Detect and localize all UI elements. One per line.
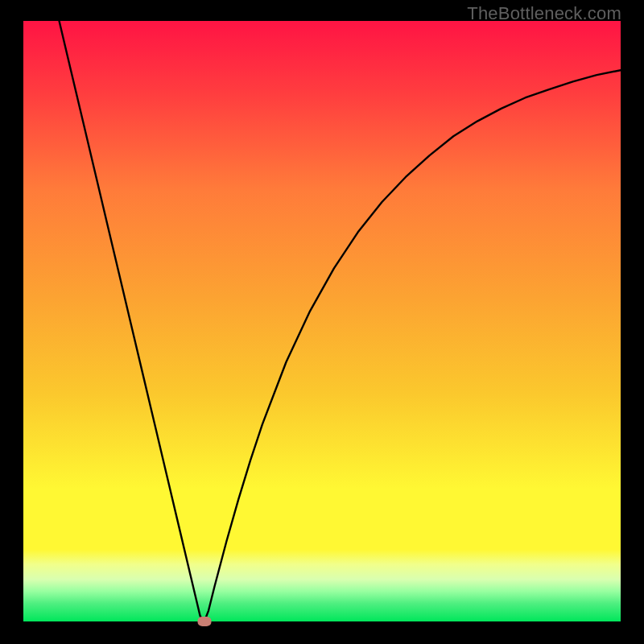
chart-plot	[23, 21, 621, 621]
optimal-point-marker	[197, 617, 211, 626]
gradient-background	[23, 21, 621, 621]
chart-frame	[23, 21, 621, 621]
